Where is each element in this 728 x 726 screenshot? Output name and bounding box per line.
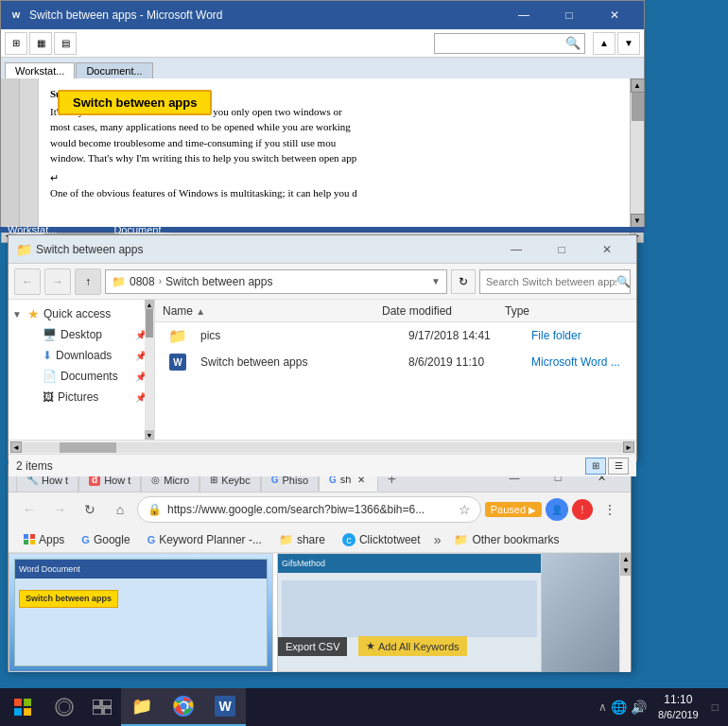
explorer-minimize-btn[interactable]: — <box>494 235 538 264</box>
taskbar-apps: 📁 W <box>121 688 598 726</box>
address-dropdown[interactable]: ▼ <box>431 276 441 286</box>
ribbon-icon-1[interactable]: ⊞ <box>5 32 27 55</box>
nav-scroll-up[interactable]: ▲ <box>145 300 154 309</box>
taskbar-app-explorer[interactable]: 📁 <box>121 688 163 726</box>
bookmark-apps[interactable]: Apps <box>16 529 72 550</box>
col-name[interactable]: Name ▲ <box>155 304 382 318</box>
bookmark-other[interactable]: 📁 Other bookmarks <box>446 529 566 550</box>
notification-icon[interactable]: □ <box>710 700 720 714</box>
bookmark-google[interactable]: G Google <box>74 529 137 550</box>
svg-rect-1 <box>24 699 31 706</box>
quick-access-label: Quick access <box>43 307 111 320</box>
taskbar-app-chrome[interactable] <box>163 688 204 726</box>
bookmark-keyword-planner[interactable]: G Keyword Planner -... <box>140 529 269 550</box>
word-close-btn[interactable]: ✕ <box>593 1 636 29</box>
col-type[interactable]: Type <box>505 304 636 318</box>
bookmark-clicktotweet[interactable]: c Clicktotweet <box>335 529 428 550</box>
star-icon[interactable]: ☆ <box>459 502 471 517</box>
documents-folder-icon: 📄 <box>43 370 57 383</box>
ribbon-icon-2[interactable]: ▦ <box>29 32 52 55</box>
hscroll-left[interactable]: ◄ <box>10 441 22 453</box>
downloads-folder-icon: ⬇ <box>43 349 52 362</box>
tab-document[interactable]: Document... <box>76 62 152 78</box>
bookmark-ctt-label: Clicktotweet <box>359 533 421 546</box>
word-scroll-left <box>20 78 39 228</box>
view-details[interactable]: ☰ <box>608 458 629 475</box>
explorer-hscroll: ◄ ► <box>9 440 636 454</box>
chrome-home-btn[interactable]: ⌂ <box>107 496 133 523</box>
word-minimize-btn[interactable]: — <box>502 1 546 29</box>
address-bar[interactable]: 📁 0808 › Switch between apps ▼ <box>105 269 447 294</box>
tray-date-display: 8/6/2019 <box>658 708 699 721</box>
bookmark-share[interactable]: 📁 share <box>271 529 333 550</box>
table-row[interactable]: 📁 pics 9/17/2018 14:41 File folder <box>155 322 636 349</box>
view-large-icons[interactable]: ⊞ <box>585 458 606 475</box>
export-csv-btn[interactable]: Export CSV <box>278 637 347 656</box>
search-icon[interactable]: 🔍 <box>616 275 631 288</box>
svg-rect-8 <box>93 708 102 715</box>
scroll-up-btn[interactable]: ▲ <box>631 78 645 93</box>
explorer-close-btn[interactable]: ✕ <box>585 235 629 264</box>
nav-scroll-down[interactable]: ▼ <box>145 430 154 440</box>
search-bar[interactable]: 🔍 <box>479 269 631 294</box>
cortana-button[interactable] <box>45 688 83 726</box>
nav-up-icon[interactable]: ▲ <box>593 32 615 55</box>
scroll-down-btn[interactable]: ▼ <box>631 214 645 228</box>
scroll-thumb[interactable] <box>632 93 644 121</box>
hscroll-right[interactable]: ► <box>623 441 634 453</box>
table-row[interactable]: W Switch between apps 8/6/2019 11:10 Mic… <box>155 349 636 375</box>
word-maximize-btn[interactable]: □ <box>547 1 591 29</box>
nav-item-pictures[interactable]: 🖼 Pictures 📌 <box>9 387 154 407</box>
vscroll-up[interactable]: ▲ <box>620 553 631 564</box>
bookmark-share-label: share <box>297 533 325 546</box>
tray-clock[interactable]: 11:10 8/6/2019 <box>650 693 706 721</box>
tray-chevron-icon[interactable]: ∧ <box>598 700 607 714</box>
search-icon[interactable]: 🔍 <box>565 36 581 50</box>
nav-down-icon[interactable]: ▼ <box>617 32 640 55</box>
screenshot-right <box>542 553 631 672</box>
word-content-wrapper: Summary:↵ It's easy to switch between wi… <box>1 78 644 228</box>
task-view-button[interactable] <box>83 688 121 726</box>
nav-item-desktop[interactable]: 🖥️ Desktop 📌 <box>9 324 154 345</box>
chrome-address-bar[interactable]: 🔒 https://www.google.com/search?biw=1366… <box>137 496 481 523</box>
quick-access-expand[interactable]: ▼ <box>12 309 24 320</box>
quick-access-header[interactable]: ▼ ★ Quick access <box>9 303 154 324</box>
file-list-header: Name ▲ Date modified Type <box>155 300 636 322</box>
nav-vscroll[interactable]: ▲ ▼ <box>145 300 154 440</box>
explorer-nav-panel: ▼ ★ Quick access 🖥️ Desktop 📌 ⬇ Download… <box>9 300 155 440</box>
svg-rect-2 <box>14 708 22 716</box>
taskbar-app-word[interactable]: W <box>204 688 246 726</box>
bookmark-more-btn[interactable]: » <box>430 532 445 547</box>
chrome-back-btn[interactable]: ← <box>16 496 43 523</box>
refresh-btn[interactable]: ↻ <box>451 269 476 294</box>
chrome-forward-btn[interactable]: → <box>46 496 73 523</box>
star-btn-icon: ★ <box>366 640 375 652</box>
word-scroll-right[interactable]: ▲ ▼ <box>630 78 644 228</box>
add-keywords-btn[interactable]: ★ Add All Keywords <box>358 636 467 656</box>
hscroll-thumb[interactable] <box>60 442 116 453</box>
nav-tree: ▼ ★ Quick access 🖥️ Desktop 📌 ⬇ Download… <box>9 300 154 411</box>
ribbon-icon-3[interactable]: ▤ <box>54 32 77 55</box>
nav-item-documents[interactable]: 📄 Documents 📌 <box>9 366 154 387</box>
search-input[interactable] <box>486 276 616 287</box>
start-button[interactable] <box>0 688 45 726</box>
chrome-refresh-btn[interactable]: ↻ <box>77 496 103 523</box>
nav-forward-btn[interactable]: → <box>44 268 71 295</box>
col-date[interactable]: Date modified <box>382 304 505 318</box>
nav-back-btn[interactable]: ← <box>14 268 41 295</box>
ctt-icon: c <box>342 533 355 546</box>
nav-item-downloads[interactable]: ⬇ Downloads 📌 <box>9 345 154 366</box>
word-paragraph-3: One of the obvious features of Windows i… <box>50 185 618 201</box>
word-search-box[interactable]: 🔍 <box>434 33 585 54</box>
chrome-user-avatar[interactable]: 👤 <box>546 498 568 521</box>
chrome-url: https://www.google.com/search?biw=1366&b… <box>167 503 453 516</box>
tab-workstat[interactable]: Workstat... <box>5 62 75 78</box>
svg-rect-3 <box>24 708 31 716</box>
nav-scroll-thumb[interactable] <box>146 309 153 337</box>
nav-up-btn[interactable]: ↑ <box>75 268 101 295</box>
address-folder-num: 0808 <box>130 275 155 288</box>
chrome-menu-btn[interactable]: ⋮ <box>597 496 623 523</box>
vscroll-down[interactable]: ▼ <box>620 564 631 576</box>
explorer-maximize-btn[interactable]: □ <box>540 235 583 264</box>
chrome-content-scroll[interactable]: ▲ ▼ <box>619 553 631 672</box>
